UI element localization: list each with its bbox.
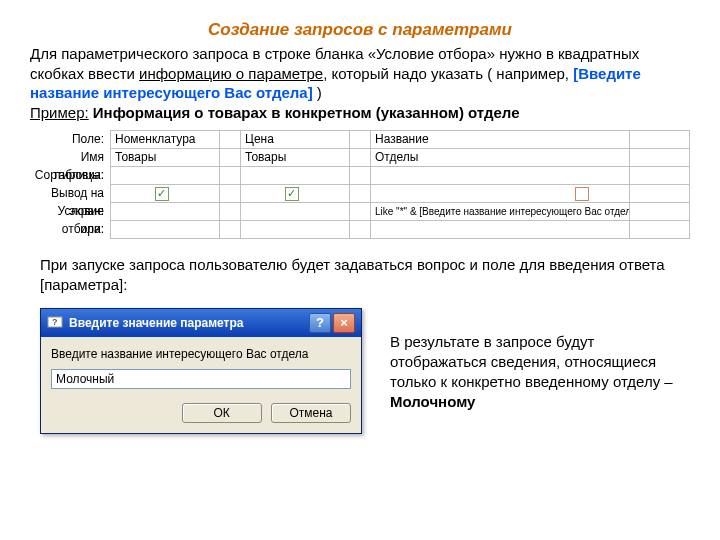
- intro-underline: информацию о параметре: [139, 65, 323, 82]
- parameter-dialog: ? Введите значение параметра ? × Введите…: [40, 308, 362, 434]
- example-label: Пример:: [30, 104, 89, 121]
- page-title: Создание запросов с параметрами: [30, 20, 690, 40]
- cell-c4-criteria[interactable]: [630, 203, 690, 221]
- cell-c4-or[interactable]: [630, 221, 690, 239]
- cell-c2-criteria[interactable]: [240, 203, 350, 221]
- cell-c3-sort[interactable]: [370, 167, 630, 185]
- cancel-button[interactable]: Отмена: [271, 403, 351, 423]
- ok-button[interactable]: ОК: [182, 403, 262, 423]
- label-field: Поле:: [30, 130, 104, 148]
- cell-c4-field[interactable]: [630, 131, 690, 149]
- grid-row-labels: Поле: Имя таблицы: Сортировка: Вывод на …: [30, 130, 110, 239]
- label-sort: Сортировка:: [30, 166, 104, 184]
- cell-c1-sort[interactable]: [110, 167, 220, 185]
- label-criteria: Условие отбора:: [30, 202, 104, 220]
- cell-c3-field[interactable]: Название: [370, 131, 630, 149]
- parameter-input[interactable]: [51, 369, 351, 389]
- mid-paragraph: При запуске запроса пользователю будет з…: [40, 255, 680, 296]
- grid-cells: Номенклатура Цена Название Товары Товары…: [110, 130, 690, 239]
- intro-paragraph: Для параметрического запроса в строке бл…: [30, 44, 690, 122]
- cell-c2-field[interactable]: Цена: [240, 131, 350, 149]
- intro-text-4: ): [313, 84, 322, 101]
- dialog-titlebar: ? Введите значение параметра ? ×: [41, 309, 361, 337]
- result-paragraph: В результате в запросе будут отображатьс…: [390, 308, 690, 413]
- question-icon: ?: [47, 315, 63, 331]
- cell-c1-table[interactable]: Товары: [110, 149, 220, 167]
- cell-c3-table[interactable]: Отделы: [370, 149, 630, 167]
- cell-c2-or[interactable]: [240, 221, 350, 239]
- checkbox-icon[interactable]: [575, 187, 589, 201]
- query-design-grid: Поле: Имя таблицы: Сортировка: Вывод на …: [30, 130, 690, 239]
- dialog-title: Введите значение параметра: [69, 316, 244, 330]
- result-bold: Молочному: [390, 393, 475, 410]
- cell-c2-show[interactable]: [240, 185, 350, 203]
- cell-c3-show[interactable]: [370, 185, 630, 203]
- checkbox-icon[interactable]: [155, 187, 169, 201]
- cell-c2-table[interactable]: Товары: [240, 149, 350, 167]
- svg-text:?: ?: [52, 317, 58, 327]
- help-button[interactable]: ?: [309, 313, 331, 333]
- cell-c3-criteria[interactable]: Like "*" & [Введите название интересующе…: [370, 203, 630, 221]
- checkbox-icon[interactable]: [285, 187, 299, 201]
- example-text: Информация о товарах в конкретном (указа…: [89, 104, 520, 121]
- cell-c4-show[interactable]: [630, 185, 690, 203]
- close-button[interactable]: ×: [333, 313, 355, 333]
- intro-text-3: , который надо указать ( например,: [323, 65, 573, 82]
- cell-c2-sort[interactable]: [240, 167, 350, 185]
- cell-c4-table[interactable]: [630, 149, 690, 167]
- cell-c1-show[interactable]: [110, 185, 220, 203]
- label-show: Вывод на экран:: [30, 184, 104, 202]
- result-text-1: В результате в запросе будут отображатьс…: [390, 333, 673, 391]
- label-table: Имя таблицы:: [30, 148, 104, 166]
- cell-c1-or[interactable]: [110, 221, 220, 239]
- cell-c4-sort[interactable]: [630, 167, 690, 185]
- cell-c3-or[interactable]: [370, 221, 630, 239]
- cell-c1-field[interactable]: Номенклатура: [110, 131, 220, 149]
- cell-c1-criteria[interactable]: [110, 203, 220, 221]
- dialog-prompt: Введите название интересующего Вас отдел…: [51, 347, 351, 361]
